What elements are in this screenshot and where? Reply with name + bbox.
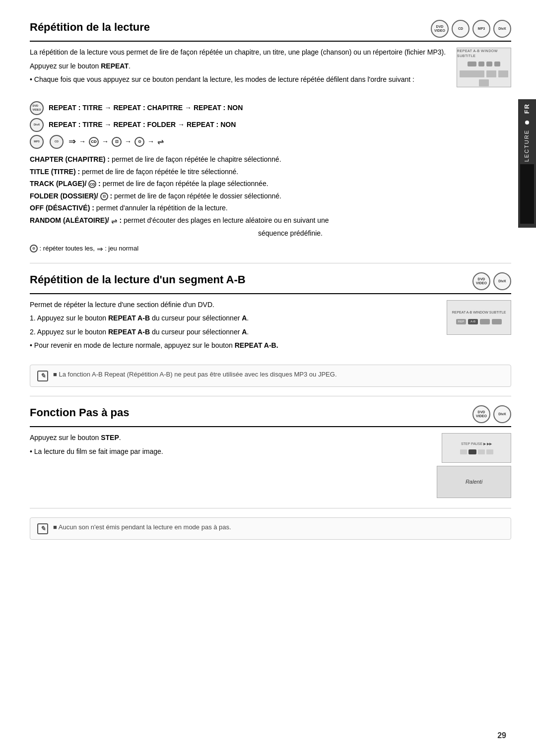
section3-note-text: ■ Aucun son n'est émis pendant la lectur… — [53, 523, 231, 532]
desc-random-cont: séquence prédéfinie. — [69, 229, 511, 239]
repeat-row-divx: DivX REPEAT : TITRE → REPEAT : FOLDER → … — [30, 118, 511, 132]
track-icon: CD — [89, 137, 99, 147]
ab-window-btn — [480, 319, 490, 324]
cd-icon-sm2: CD — [50, 135, 64, 149]
section1-title: Répétition de la lecture — [30, 20, 150, 35]
section2-intro: Permet de répéter la lecture d'une secti… — [30, 300, 511, 310]
step-btn-hl — [469, 449, 476, 454]
ab-ab-btn: A-B — [468, 319, 478, 324]
section1-bullet: • Chaque fois que vous appuyez sur ce bo… — [30, 75, 511, 85]
divx-icon-sm: DivX — [30, 118, 44, 132]
repeat-row-dvd: DVDVIDEO REPEAT : TITRE → REPEAT : CHAPI… — [30, 101, 511, 115]
section2-header: Répétition de la lecture d'un segment A-… — [30, 272, 511, 294]
section1-body: REPEAT A-B WINDOW SUBTITLE La répétition… — [30, 48, 511, 91]
desc-off: OFF (DÉSACTIVÉ) : permet d'annuler la ré… — [30, 203, 511, 213]
section2-note: ✎ ■ La fonction A-B Repeat (Répétition A… — [30, 365, 511, 387]
repeat-row-mp3cd: MP3 CD ⇒ → CD → ⊡ → ⊙ → ⇌ — [30, 135, 511, 149]
desc-folder: FOLDER (DOSSIER)/ ⊡ : permet de lire de … — [30, 191, 511, 201]
remote-ab-btn — [478, 62, 484, 66]
remote-image-ab: REPEAT A-B WINDOW SUBTITLE REP A-B — [447, 300, 511, 335]
descriptions-list: CHAPTER (CHAPITRE) : permet de lire de f… — [30, 155, 511, 239]
section1-press-repeat: Appuyez sur le bouton REPEAT. — [30, 62, 511, 71]
repeat-all-note: ⊙ : répéter toutes les, ⇒ : jeu normal — [30, 244, 511, 254]
screen-label: Ralenti — [466, 478, 482, 486]
section2-icons: DVDVIDEO DivX — [472, 272, 511, 290]
desc-track: TRACK (PLAGE)/ CD : permet de lire de fa… — [30, 179, 511, 189]
section2-title: Répétition de la lecture d'un segment A-… — [30, 272, 246, 288]
divx-icon: DivX — [493, 20, 511, 38]
fr-label: FR — [523, 103, 532, 114]
section2-step1: 1. Appuyez sur le bouton REPEAT A-B du c… — [30, 314, 511, 323]
section3-header: Fonction Pas à pas DVDVIDEO DivX — [30, 405, 511, 427]
remote-window-btn — [486, 62, 492, 66]
repeat-all-icon: ⊙ — [134, 137, 144, 147]
desc-title: TITLE (TITRE) : permet de lire de façon … — [30, 167, 511, 177]
lecture-label: LECTURE — [523, 129, 531, 162]
sidebar-black-bar — [520, 164, 534, 224]
main-content: Répétition de la lecture DVDVIDEO CD MP3… — [30, 0, 511, 567]
note-icon-3: ✎ — [37, 523, 48, 534]
section-divider-1 — [30, 263, 511, 263]
ab-subtitle-btn — [492, 319, 502, 324]
screen-display: Ralenti — [437, 466, 511, 498]
ab-repeat-btn: REP — [456, 319, 466, 324]
remote-image-repeat: REPEAT A-B WINDOW SUBTITLE — [457, 48, 511, 87]
section3-icons: DVDVIDEO DivX — [472, 405, 511, 423]
section2-note-text: ■ La fonction A-B Repeat (Répétition A-B… — [53, 370, 337, 379]
mp3-icon: MP3 — [472, 20, 490, 38]
repeat-modes: DVDVIDEO REPEAT : TITRE → REPEAT : CHAPI… — [30, 101, 511, 149]
section1-header: Répétition de la lecture DVDVIDEO CD MP3… — [30, 20, 511, 42]
desc-random: RANDOM (ALÉATOIRE)/ ⇌ : permet d'écouter… — [30, 216, 511, 226]
section3-body: STEP PAUSE ▶ ▶▶ Ralenti Appuyez sur le b… — [30, 433, 511, 498]
section1-icons: DVDVIDEO CD MP3 DivX — [431, 20, 511, 38]
section-divider-3 — [30, 508, 511, 508]
dvd-video-icon-3: DVDVIDEO — [472, 405, 490, 423]
dvd-video-icon-2: DVDVIDEO — [472, 272, 490, 290]
folder-icon: ⊡ — [112, 137, 122, 147]
divx-icon-2: DivX — [493, 272, 511, 290]
section3-note: ✎ ■ Aucun son n'est émis pendant la lect… — [30, 517, 511, 540]
note-icon-2: ✎ — [37, 371, 48, 381]
section2-bullet: • Pour revenir en mode de lecture normal… — [30, 341, 511, 351]
section3-title: Fonction Pas à pas — [30, 405, 130, 421]
remote-subtitle-btn — [494, 62, 500, 66]
section2-step2: 2. Appuyez sur le bouton REPEAT A-B du c… — [30, 327, 511, 337]
remote-repeat-btn — [468, 62, 476, 66]
divx-icon-3: DivX — [493, 405, 511, 423]
section-divider-2 — [30, 396, 511, 396]
desc-chapter: CHAPTER (CHAPITRE) : permet de lire de f… — [30, 155, 511, 165]
dvd-video-icon: DVDVIDEO — [431, 20, 449, 38]
dvd-video-icon-sm: DVDVIDEO — [30, 101, 44, 115]
mp3-icon-sm2: MP3 — [30, 135, 44, 149]
sidebar-bullet — [525, 121, 529, 125]
page-number: 29 — [497, 730, 506, 741]
remote-image-step: STEP PAUSE ▶ ▶▶ Ralenti — [437, 433, 511, 498]
cd-icon: CD — [452, 20, 469, 38]
sidebar-tab: FR LECTURE — [518, 99, 536, 228]
section2-body: REPEAT A-B WINDOW SUBTITLE REP A-B Perme… — [30, 300, 511, 355]
section1-intro: La répétition de la lecture vous permet … — [30, 48, 511, 58]
